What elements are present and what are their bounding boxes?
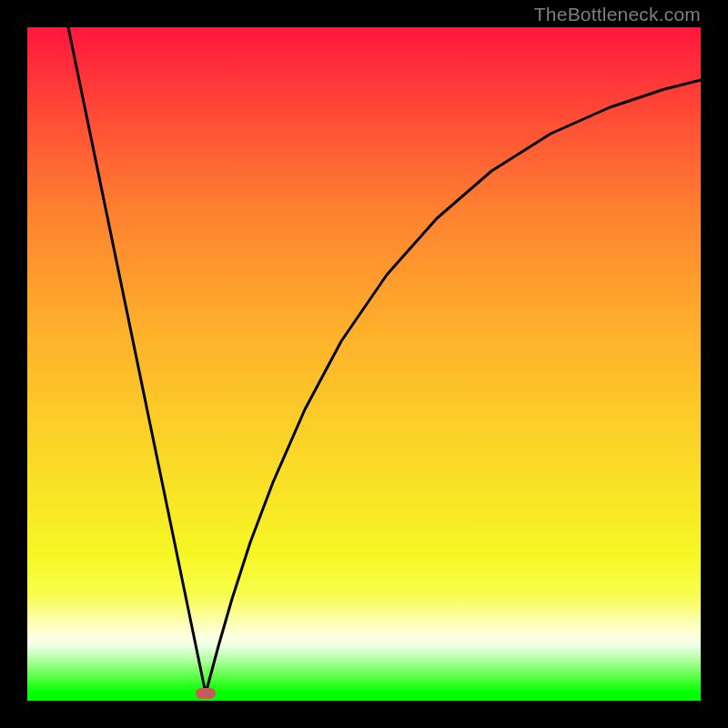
chart-area [27, 27, 701, 701]
bottleneck-curve [27, 27, 701, 701]
watermark-text: TheBottleneck.com [534, 4, 701, 25]
minimum-marker [196, 688, 216, 699]
